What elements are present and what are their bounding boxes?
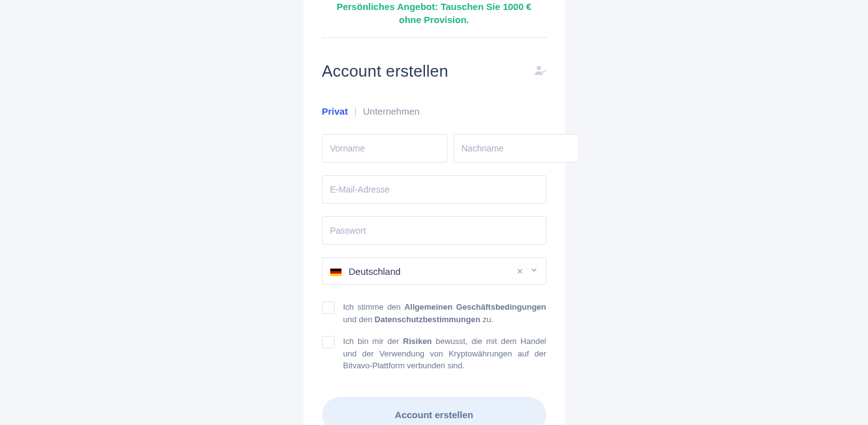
terms-text: Ich stimme den Allgemeinen Geschäftsbedi… — [343, 301, 546, 325]
email-row — [322, 175, 546, 204]
svg-rect-2 — [330, 271, 341, 274]
password-input[interactable] — [322, 216, 546, 245]
svg-point-0 — [537, 65, 540, 69]
country-select[interactable]: Deutschland ✕ — [322, 257, 546, 285]
country-label: Deutschland — [349, 266, 517, 277]
svg-rect-1 — [330, 269, 341, 271]
submit-button[interactable]: Account erstellen — [322, 397, 546, 426]
page-title: Account erstellen — [322, 62, 449, 81]
terms-consent-row: Ich stimme den Allgemeinen Geschäftsbedi… — [322, 301, 546, 325]
clear-icon[interactable]: ✕ — [517, 267, 523, 276]
tab-separator: | — [354, 106, 356, 117]
terms-link[interactable]: Allgemeinen Geschäftsbedingungen — [404, 302, 546, 312]
risk-checkbox[interactable] — [322, 336, 335, 348]
last-name-input[interactable] — [454, 134, 579, 163]
signup-card: Persönliches Angebot: Tauschen Sie 1000 … — [303, 0, 565, 425]
svg-rect-3 — [330, 274, 341, 276]
risks-link[interactable]: Risiken — [403, 337, 432, 346]
name-row — [322, 134, 546, 163]
divider — [322, 37, 546, 38]
privacy-link[interactable]: Datenschutzbestimmungen — [374, 315, 480, 324]
risk-text: Ich bin mir der Risiken bewusst, die mit… — [343, 335, 546, 372]
select-controls: ✕ — [517, 265, 538, 277]
risk-consent-row: Ich bin mir der Risiken bewusst, die mit… — [322, 335, 546, 372]
title-row: Account erstellen — [322, 62, 546, 81]
user-check-icon — [534, 65, 546, 78]
tab-private[interactable]: Privat — [322, 106, 348, 117]
email-input[interactable] — [322, 175, 546, 204]
password-row — [322, 216, 546, 245]
chevron-down-icon[interactable] — [530, 265, 538, 277]
tab-business[interactable]: Unternehmen — [363, 106, 419, 117]
account-type-tabs: Privat | Unternehmen — [322, 106, 546, 117]
flag-germany-icon — [330, 267, 341, 275]
promo-banner: Persönliches Angebot: Tauschen Sie 1000 … — [322, 0, 546, 37]
first-name-input[interactable] — [322, 134, 447, 163]
terms-checkbox[interactable] — [322, 302, 335, 314]
